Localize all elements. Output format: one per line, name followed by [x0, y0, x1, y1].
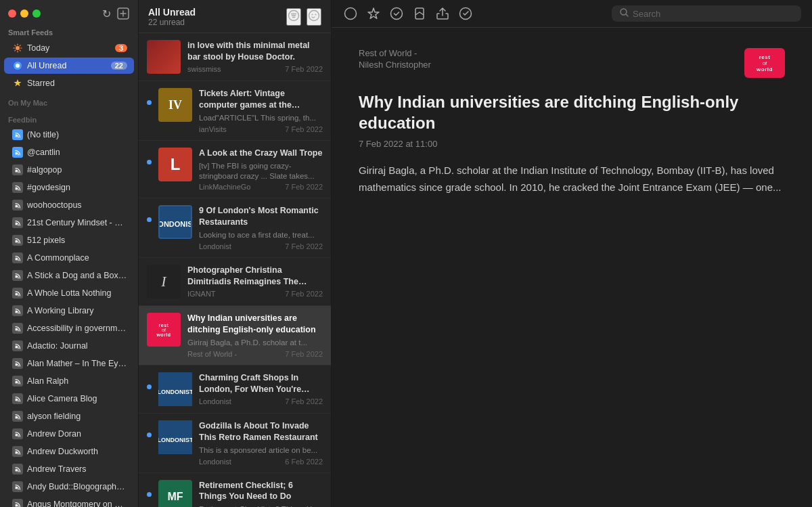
article-feed-name: Rest of World -	[359, 48, 431, 58]
article-item[interactable]: LONDONIST Godzilla Is About To Invade Th…	[139, 414, 331, 473]
article-thumb: IV	[158, 88, 192, 122]
sidebar-item-commonplace[interactable]: A Commonplace	[4, 250, 134, 266]
article-content: A Look at the Crazy Wall Trope [tv] The …	[199, 148, 323, 192]
done-button[interactable]	[457, 5, 474, 22]
feed-icon-512-pixels	[12, 235, 23, 246]
reading-pane: Rest of World - Nilesh Christopher rest …	[332, 0, 812, 507]
minimize-button[interactable]	[20, 9, 28, 18]
article-source-info: Rest of World - Nilesh Christopher	[359, 48, 431, 70]
svg-text:LONDONIST: LONDONIST	[158, 437, 192, 443]
today-badge: 3	[115, 44, 127, 52]
article-source: LinkMachineGo	[199, 183, 250, 191]
circle-dot-icon	[12, 60, 23, 71]
article-title: A Look at the Crazy Wall Trope	[199, 148, 323, 159]
star-button[interactable]	[365, 5, 382, 22]
feed-icon-working-library	[12, 305, 23, 316]
feed-icon-cantlin	[12, 147, 23, 158]
article-list-count: 22 unread	[148, 18, 196, 27]
filter-circle-button[interactable]	[286, 8, 301, 26]
bookmark-button[interactable]	[411, 5, 428, 22]
add-button[interactable]	[116, 7, 130, 20]
article-snippet: Looking to ace a first date, treat...	[199, 230, 323, 240]
mark-read-button[interactable]	[388, 5, 405, 22]
feed-icon-21st-century	[12, 217, 23, 228]
sidebar-item-alan-ralph[interactable]: Alan Ralph	[4, 373, 134, 389]
sidebar-item-cantlin[interactable]: @cantlin	[4, 144, 134, 160]
article-title: Photographer Christina Dimitriadis Reima…	[187, 265, 323, 288]
article-item[interactable]: IV Tickets Alert: Vintage computer games…	[139, 81, 331, 141]
feed-icon-no-title	[12, 129, 23, 140]
feed-icon-alyson-fielding	[12, 411, 23, 422]
article-item[interactable]: MF Retirement Checklist; 6 Things You Ne…	[139, 473, 331, 508]
article-item[interactable]: I Photographer Christina Dimitriadis Rei…	[139, 258, 331, 306]
sidebar-item-no-title[interactable]: (No title)	[4, 127, 134, 143]
smiley-button[interactable]	[307, 8, 321, 26]
read-status-button[interactable]	[342, 5, 359, 22]
unread-dot	[147, 384, 152, 389]
search-icon	[620, 8, 629, 19]
article-item[interactable]: L A Look at the Crazy Wall Trope [tv] Th…	[139, 141, 331, 199]
sidebar-item-whole-lotta[interactable]: A Whole Lotta Nothing	[4, 285, 134, 301]
svg-point-44	[345, 8, 357, 20]
search-input[interactable]	[633, 9, 793, 19]
reading-title: Why Indian universities are ditching Eng…	[359, 91, 785, 133]
article-content: Godzilla Is About To Invade This Retro R…	[199, 420, 323, 466]
logo-text-world: world	[757, 66, 773, 72]
article-snippet: Giriraj Bagla, a Ph.D. scholar at t...	[187, 338, 323, 348]
sidebar-item-algopop[interactable]: #algopop	[4, 162, 134, 178]
sidebar-item-adactio[interactable]: Adactio: Journal	[4, 338, 134, 354]
sidebar-item-govdesign[interactable]: #govdesign	[4, 179, 134, 196]
maximize-button[interactable]	[32, 9, 41, 18]
article-source: ianVisits	[199, 125, 227, 133]
sidebar-item-stick-dog[interactable]: A Stick a Dog and a Box With...	[4, 267, 134, 284]
whole-lotta-label: A Whole Lotta Nothing	[27, 288, 127, 298]
search-bar[interactable]	[612, 5, 801, 22]
article-date: 7 Feb 2022	[285, 350, 323, 358]
article-content: Tickets Alert: Vintage computer games at…	[199, 88, 323, 133]
sidebar-item-starred[interactable]: Starred	[4, 75, 134, 91]
thumb-image	[147, 40, 181, 74]
sidebar-actions: ↻	[102, 7, 130, 20]
article-item[interactable]: in love with this minimal metal bar stoo…	[139, 33, 331, 81]
article-date: 7 Feb 2022	[285, 65, 323, 73]
sidebar-item-512-pixels[interactable]: 512 pixels	[4, 232, 134, 248]
sidebar-item-21st-century[interactable]: 21st Century Mindset - Medium	[4, 215, 134, 231]
sidebar-header: ↻	[0, 0, 138, 23]
article-meta: LinkMachineGo 7 Feb 2022	[199, 183, 323, 191]
sidebar-item-alan-mather[interactable]: Alan Mather – In The Eye Of...	[4, 355, 134, 372]
article-item[interactable]: LONDONIST 9 Of London's Most Romantic Re…	[139, 198, 331, 258]
sidebar-item-alice-camera[interactable]: Alice Camera Blog	[4, 391, 134, 407]
share-button[interactable]	[434, 5, 451, 22]
sidebar-item-angus-montgomery[interactable]: Angus Montgomery on Medium	[4, 496, 134, 507]
svg-point-33	[309, 11, 319, 21]
sidebar-item-andrew-doran[interactable]: Andrew Doran	[4, 426, 134, 442]
feed-icon-andrew-duckworth	[12, 446, 23, 457]
sidebar-item-andrew-duckworth[interactable]: Andrew Duckworth	[4, 443, 134, 460]
article-item-selected[interactable]: rest of world Why Indian universities ar…	[139, 306, 331, 366]
article-thumb: L	[158, 148, 192, 181]
article-content: Why Indian universities are ditching Eng…	[187, 313, 323, 358]
sidebar-item-woohooctopus[interactable]: woohooctopus	[4, 197, 134, 213]
article-date: 7 Feb 2022	[285, 397, 323, 405]
sidebar-item-andy-budd[interactable]: Andy Budd::Blogography Arti...	[4, 479, 134, 495]
article-list-actions	[286, 8, 321, 26]
article-title: 9 Of London's Most Romantic Restaurants	[199, 205, 323, 228]
article-date: 7 Feb 2022	[285, 183, 323, 191]
close-button[interactable]	[8, 9, 16, 18]
sidebar: ↻ Smart Feeds Today 3	[0, 0, 139, 507]
refresh-button[interactable]: ↻	[102, 7, 111, 20]
articles-scroll[interactable]: in love with this minimal metal bar stoo…	[139, 33, 331, 507]
sidebar-item-accessibility[interactable]: Accessibility in government	[4, 320, 134, 336]
article-source: Londonist	[199, 458, 231, 466]
sidebar-item-andrew-travers[interactable]: Andrew Travers	[4, 461, 134, 477]
sidebar-item-alyson-fielding[interactable]: alyson fielding	[4, 408, 134, 424]
sidebar-item-working-library[interactable]: A Working Library	[4, 303, 134, 319]
sidebar-item-today[interactable]: Today 3	[4, 40, 134, 56]
reading-body: Giriraj Bagla, a Ph.D. scholar at the In…	[359, 162, 785, 196]
starred-label: Starred	[27, 79, 127, 88]
sidebar-item-all-unread[interactable]: All Unread 22	[4, 58, 134, 74]
article-title: in love with this minimal metal bar stoo…	[187, 40, 323, 63]
article-content: Photographer Christina Dimitriadis Reima…	[187, 265, 323, 298]
svg-point-3	[16, 64, 20, 68]
article-item[interactable]: LONDONIST Charming Craft Shops In London…	[139, 366, 331, 414]
